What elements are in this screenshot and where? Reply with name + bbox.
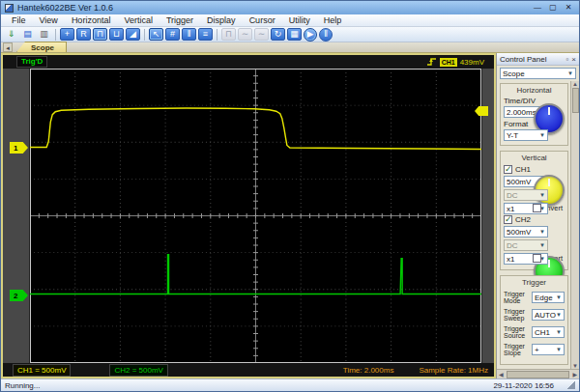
- chevron-down-icon: ▼: [556, 329, 562, 335]
- panel-vertical-scrollbar[interactable]: ▲ ▼: [570, 81, 579, 369]
- scroll-right-icon[interactable]: ▶: [570, 371, 579, 378]
- trigger-mode-row: Trigger Mode Edge▼: [504, 291, 565, 304]
- scope-graticule-area: 1 2: [3, 69, 494, 363]
- ch1-invert-checkbox[interactable]: [533, 204, 541, 212]
- control-panel: Control Panel ▫ × Scope▼ Horizontal Time…: [496, 53, 579, 378]
- refresh-icon[interactable]: ↻: [271, 28, 285, 41]
- trigger-status-badge: Trig'D: [16, 56, 47, 68]
- close-button[interactable]: ✕: [562, 3, 575, 14]
- left-gutter: [3, 69, 30, 363]
- trigger-slope-select[interactable]: +▼: [532, 344, 565, 355]
- autoset-icon[interactable]: +: [60, 28, 74, 41]
- trigger-mode-select[interactable]: Edge▼: [532, 292, 565, 303]
- panel-mode-select[interactable]: Scope▼: [500, 68, 576, 79]
- menu-utility[interactable]: Utility: [282, 15, 317, 25]
- ch2-volts-select[interactable]: 500mV▼: [504, 226, 548, 238]
- control-panel-header: Control Panel ▫ ×: [497, 53, 579, 66]
- panel-body: Horizontal Time/DIV 2.000ms▼ Format Y-T▼…: [497, 81, 579, 369]
- trigger-mode-label: Trigger Mode: [504, 291, 532, 304]
- ch2-checkbox[interactable]: [504, 215, 512, 224]
- step-wave-icon: ⊓: [221, 28, 236, 41]
- chevron-down-icon: ▼: [539, 242, 545, 248]
- cursor-icon[interactable]: ↖: [149, 28, 163, 41]
- tab-scroll-left-button[interactable]: ◂: [3, 42, 13, 52]
- trigger-source-chip: CH1: [440, 58, 457, 67]
- datetime-text: 29-11-2020 16:56: [493, 381, 554, 390]
- ch1-checkbox[interactable]: [504, 165, 512, 174]
- hlines-icon[interactable]: ≡: [198, 28, 213, 41]
- trigger-sweep-label: Trigger Sweep: [504, 308, 532, 322]
- ramp-icon[interactable]: ◢: [126, 28, 140, 41]
- menu-vertical[interactable]: Vertical: [117, 15, 160, 25]
- trigger-slope-row: Trigger Slope +▼: [504, 343, 565, 356]
- ch2-label: CH2: [515, 215, 531, 224]
- start-icon[interactable]: ▶: [304, 28, 317, 42]
- scroll-up-icon[interactable]: ▲: [572, 81, 578, 87]
- graticule-svg: [30, 69, 481, 363]
- scope-bottom-strip: CH1 = 500mV CH2 = 500mV Time: 2.000ms Sa…: [3, 363, 494, 377]
- trigger-slope-label: Trigger Slope: [504, 343, 532, 356]
- menu-horizontal[interactable]: Horizontal: [65, 15, 118, 25]
- pin-icon[interactable]: ▫: [566, 55, 568, 64]
- titlebar: Hantek6022BE Ver 1.0.6 — ▢ ✕: [1, 1, 579, 14]
- horizontal-group: Horizontal Time/DIV 2.000ms▼ Format Y-T▼: [500, 83, 568, 146]
- trigger-source-row: Trigger Source CH1▼: [504, 325, 565, 339]
- vertical-group: Vertical CH1 500mV▼ DC▼ x1▼: [500, 151, 568, 270]
- toolbar: ⇓▤▥+R⊓⊔◢↖#‖≡⊓∼∼↻▦▶‖: [1, 27, 579, 42]
- chevron-down-icon: ▼: [556, 312, 562, 318]
- trigger-sweep-select[interactable]: AUTO▼: [532, 309, 565, 321]
- chevron-down-icon: ▼: [539, 132, 545, 138]
- trigger-readout: CH1 439mV: [426, 57, 484, 67]
- print-icon[interactable]: ▥: [37, 28, 51, 41]
- grid-icon[interactable]: #: [165, 28, 180, 41]
- trigger-group: Trigger Trigger Mode Edge▼ Trigger Sweep…: [500, 275, 568, 365]
- sine-wave-icon: ∼: [238, 28, 252, 41]
- menu-trigger[interactable]: Trigger: [160, 15, 200, 25]
- menubar: FileViewHorizontalVerticalTriggerDisplay…: [1, 14, 579, 27]
- scroll-left-icon[interactable]: ◀: [497, 371, 506, 378]
- measure-icon[interactable]: ‖: [182, 28, 196, 41]
- format-select[interactable]: Y-T▼: [504, 129, 548, 141]
- statusbar: Running... 29-11-2020 16:56: [1, 378, 579, 391]
- wavegen-icon[interactable]: ▦: [287, 28, 302, 41]
- panel-horizontal-scrollbar[interactable]: ◀ ▶: [497, 369, 579, 378]
- save-icon[interactable]: ▤: [20, 28, 35, 41]
- panel-close-icon[interactable]: ×: [571, 55, 576, 64]
- menu-file[interactable]: File: [5, 15, 33, 25]
- rising-edge-icon[interactable]: ⊓: [93, 28, 107, 41]
- trigger-sweep-row: Trigger Sweep AUTO▼: [504, 308, 565, 322]
- chevron-down-icon: ▼: [567, 70, 573, 76]
- tab-scope[interactable]: Scope: [16, 42, 67, 52]
- chevron-down-icon: ▼: [539, 192, 545, 198]
- menu-view[interactable]: View: [33, 15, 65, 25]
- ch2-coupling-select[interactable]: DC▼: [504, 239, 548, 251]
- resize-grip-icon[interactable]: [567, 381, 575, 389]
- trigger-source-select[interactable]: CH1▼: [532, 326, 565, 338]
- scope-display: Trig'D CH1 439mV 1 2 CH1: [1, 53, 496, 378]
- menu-cursor[interactable]: Cursor: [243, 15, 282, 25]
- ch1-enable-row: CH1: [504, 165, 565, 174]
- toolbar-separator: [217, 29, 218, 41]
- menu-display[interactable]: Display: [200, 15, 243, 25]
- minimize-button[interactable]: —: [531, 3, 544, 14]
- pause-icon[interactable]: ‖: [319, 28, 333, 42]
- scope-top-strip: Trig'D CH1 439mV: [3, 55, 494, 69]
- open-icon[interactable]: ⇓: [4, 28, 18, 41]
- status-text: Running...: [5, 381, 40, 390]
- trigger-level-value: 439mV: [460, 58, 484, 67]
- scroll-down-icon[interactable]: ▼: [572, 363, 578, 369]
- scrollbar-thumb[interactable]: [507, 371, 570, 378]
- menu-help[interactable]: Help: [317, 15, 349, 25]
- ch2-enable-row: CH2: [504, 215, 565, 224]
- sine-wave2-icon: ∼: [254, 28, 269, 41]
- scrollbar-thumb[interactable]: [572, 88, 579, 113]
- chevron-down-icon: ▼: [556, 294, 562, 300]
- horizontal-caption: Horizontal: [504, 86, 565, 95]
- main-area: Trig'D CH1 439mV 1 2 CH1: [1, 53, 579, 378]
- falling-edge-icon[interactable]: ⊔: [109, 28, 124, 41]
- ch2-invert-checkbox[interactable]: [533, 254, 541, 263]
- chevron-down-icon: ▼: [556, 347, 562, 352]
- ch1-coupling-select[interactable]: DC▼: [504, 189, 548, 201]
- record-icon[interactable]: R: [76, 28, 91, 41]
- maximize-button[interactable]: ▢: [546, 3, 560, 14]
